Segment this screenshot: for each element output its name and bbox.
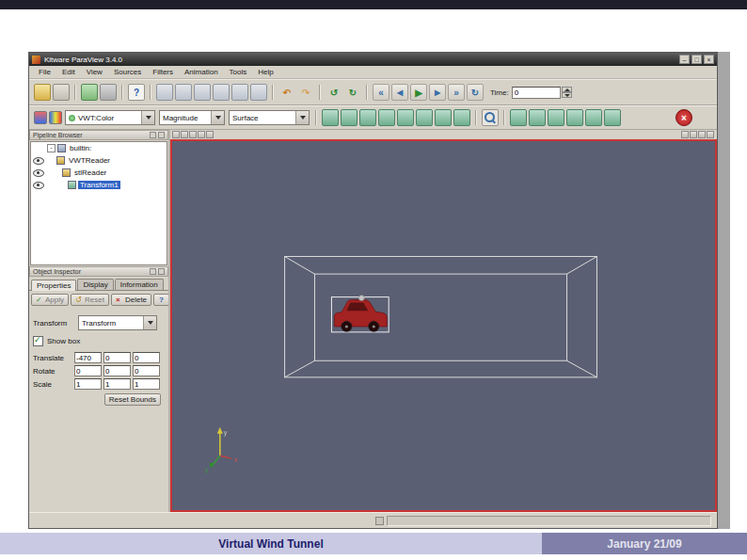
transform-combo[interactable]: Transform <box>78 315 157 330</box>
close-view-icon[interactable] <box>707 131 714 138</box>
view-lookmark-icon[interactable] <box>181 131 188 138</box>
view-pick-center-icon[interactable] <box>206 131 214 138</box>
rotate-x-field[interactable] <box>74 365 102 376</box>
minimize-button[interactable]: – <box>679 55 690 64</box>
split-vertical-icon[interactable] <box>690 131 697 138</box>
cancel-icon[interactable] <box>675 109 692 126</box>
interact-mode-icon[interactable] <box>250 84 267 101</box>
component-combo[interactable]: Magnitude <box>159 110 225 125</box>
window-titlebar[interactable]: Kitware ParaView 3.4.0 – □ × <box>29 53 717 66</box>
chevron-down-icon[interactable] <box>295 111 309 124</box>
pipeline-item-transform1[interactable]: Transform1 <box>31 179 167 191</box>
scale-z-field[interactable] <box>133 378 160 390</box>
menu-animation[interactable]: Animation <box>179 68 224 76</box>
contour-icon[interactable] <box>341 109 358 126</box>
select-surface-points-icon[interactable] <box>175 84 192 101</box>
tab-information[interactable]: Information <box>115 279 164 290</box>
connect-server-icon[interactable] <box>81 84 98 101</box>
select-frustum-points-icon[interactable] <box>213 84 230 101</box>
split-horizontal-icon[interactable] <box>681 131 689 138</box>
progress-abort-icon[interactable] <box>375 517 384 525</box>
plot-over-line-icon[interactable] <box>566 109 583 126</box>
translate-y-field[interactable] <box>103 352 131 363</box>
view-camera-icon[interactable] <box>172 131 180 138</box>
inspector-help-button[interactable]: ? <box>153 294 169 306</box>
redo-icon[interactable] <box>297 84 314 101</box>
panel-float-icon[interactable] <box>150 132 156 138</box>
time-spin-down-icon[interactable] <box>562 92 572 98</box>
render-view[interactable]: y x z <box>170 139 717 512</box>
stream-tracer-icon[interactable] <box>453 109 470 126</box>
close-button[interactable]: × <box>704 55 714 64</box>
vcr-first-frame-icon[interactable] <box>373 84 389 101</box>
help-icon[interactable] <box>128 84 145 101</box>
extract-block-icon[interactable] <box>548 109 564 126</box>
maximize-button[interactable]: □ <box>691 55 702 64</box>
undo-icon[interactable] <box>278 84 295 101</box>
glyph-icon[interactable] <box>435 109 452 126</box>
visibility-eye-icon[interactable] <box>33 157 44 165</box>
tab-display[interactable]: Display <box>77 279 113 290</box>
extract-subset-icon[interactable] <box>416 109 433 126</box>
rotate-y-field[interactable] <box>103 365 131 376</box>
select-frustum-cells-icon[interactable] <box>194 84 211 101</box>
menu-sources[interactable]: Sources <box>108 68 147 76</box>
threshold-icon[interactable] <box>397 109 414 126</box>
warp-vector-icon[interactable] <box>510 109 527 126</box>
time-input[interactable] <box>512 87 561 99</box>
translate-z-field[interactable] <box>133 352 160 363</box>
spreadsheet-view-icon[interactable] <box>585 109 602 126</box>
toggle-color-legend-icon[interactable] <box>34 111 47 124</box>
menu-edit[interactable]: Edit <box>56 68 81 76</box>
pipeline-item-stlreader[interactable]: stlReader <box>31 167 167 179</box>
vcr-next-frame-icon[interactable] <box>429 84 446 101</box>
pipeline-item-vwtreader[interactable]: VWTReader <box>31 154 167 167</box>
view-center-axes-icon[interactable] <box>198 131 205 138</box>
panel-close-icon[interactable] <box>158 268 165 275</box>
open-file-icon[interactable] <box>34 84 51 101</box>
calculator-icon[interactable] <box>322 109 339 126</box>
reset-bounds-button[interactable]: Reset Bounds <box>104 393 161 406</box>
apply-button[interactable]: Apply <box>31 294 69 306</box>
select-surface-cells-icon[interactable] <box>156 84 173 101</box>
edit-color-map-icon[interactable] <box>49 111 62 124</box>
tab-properties[interactable]: Properties <box>31 280 76 291</box>
group-datasets-icon[interactable] <box>529 109 546 126</box>
menu-filters[interactable]: Filters <box>147 68 179 76</box>
scale-x-field[interactable] <box>74 378 102 390</box>
widget-sphere-handle[interactable] <box>358 296 364 301</box>
menu-tools[interactable]: Tools <box>224 68 253 76</box>
visibility-eye-icon[interactable] <box>33 169 44 177</box>
show-box-checkbox[interactable] <box>33 336 43 346</box>
camera-redo-icon[interactable] <box>344 84 361 101</box>
rotate-z-field[interactable] <box>133 365 160 376</box>
panel-float-icon[interactable] <box>150 268 156 275</box>
view-interaction-icon[interactable] <box>189 131 197 138</box>
visibility-eye-icon[interactable] <box>33 182 44 189</box>
select-block-icon[interactable] <box>231 84 248 101</box>
menu-file[interactable]: File <box>33 68 56 76</box>
menu-view[interactable]: View <box>81 68 108 76</box>
translate-x-field[interactable] <box>74 352 102 363</box>
reset-button[interactable]: Reset <box>71 294 109 306</box>
color-by-combo[interactable]: VWT:Color <box>65 110 155 125</box>
camera-undo-icon[interactable] <box>326 84 342 101</box>
scale-y-field[interactable] <box>103 378 131 390</box>
maximize-view-icon[interactable] <box>698 131 706 138</box>
menu-help[interactable]: Help <box>252 68 278 76</box>
chevron-down-icon[interactable] <box>211 111 224 124</box>
representation-combo[interactable]: Surface <box>229 110 310 125</box>
disconnect-server-icon[interactable] <box>100 84 117 101</box>
vcr-previous-frame-icon[interactable] <box>391 84 408 101</box>
vcr-loop-icon[interactable] <box>467 84 484 101</box>
panel-close-icon[interactable] <box>158 132 165 138</box>
slice-icon[interactable] <box>378 109 395 126</box>
chevron-down-icon[interactable] <box>141 111 154 124</box>
chevron-down-icon[interactable] <box>143 316 156 329</box>
clip-icon[interactable] <box>359 109 376 126</box>
delete-button[interactable]: Delete <box>111 294 151 306</box>
vcr-last-frame-icon[interactable] <box>448 84 465 101</box>
vcr-play-icon[interactable] <box>410 84 427 101</box>
zoom-to-data-icon[interactable] <box>482 109 499 126</box>
pipeline-item-builtin[interactable]: builtin: <box>31 142 167 154</box>
